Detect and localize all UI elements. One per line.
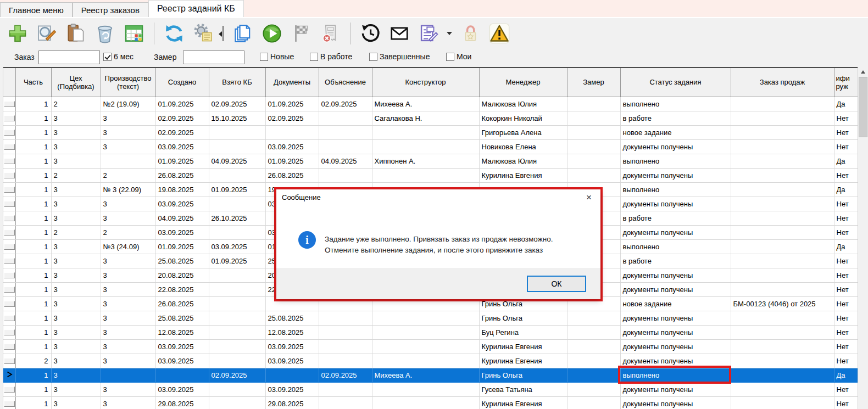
filter-new[interactable]: Новые [260, 52, 294, 61]
cell-prod[interactable]: 3 [101, 125, 155, 139]
row-header-button[interactable] [4, 158, 15, 164]
cell-order[interactable] [731, 182, 834, 197]
column-header-docs[interactable]: Документы [265, 68, 319, 97]
cell-docs[interactable]: 01.09.2025 [265, 154, 319, 168]
row-header-button[interactable] [4, 287, 15, 293]
cell-zamer[interactable] [567, 154, 620, 168]
cell-created[interactable]: 03.09.2025 [155, 197, 209, 211]
cell-constr[interactable]: Сагалакова Н. [372, 111, 479, 125]
cell-docs[interactable] [265, 125, 319, 139]
row-header-button[interactable] [4, 229, 15, 236]
cell-taken[interactable]: 01.09.2025 [209, 254, 265, 268]
cell-prod[interactable]: №3 (24.09) [101, 239, 155, 254]
cell-ceh[interactable]: 3 [51, 111, 101, 125]
cell-order[interactable] [731, 239, 834, 254]
cell-part[interactable]: 1 [15, 154, 51, 168]
table-row[interactable]: 12№2 (19.09)01.09.202502.09.202501.09.20… [3, 97, 858, 111]
cell-zamer[interactable] [567, 325, 620, 339]
cell-taken[interactable]: 15.10.2025 [209, 111, 265, 125]
cell-created[interactable]: 12.08.2025 [155, 325, 209, 339]
cell-status[interactable]: документы получены [620, 225, 731, 239]
cell-created[interactable]: 04.09.2025 [155, 211, 209, 225]
row-header-button[interactable] [4, 144, 15, 150]
cell-flag[interactable]: Нет [834, 354, 858, 368]
cell-flag[interactable]: Нет [834, 268, 858, 282]
refresh-button[interactable] [162, 21, 186, 46]
cell-created[interactable]: 01.09.2025 [155, 239, 209, 254]
toolbar-splitter-handle[interactable] [220, 23, 226, 44]
cell-zamer[interactable] [567, 354, 620, 368]
cell-ceh[interactable]: 3 [51, 197, 101, 211]
cell-created[interactable]: 20.08.2025 [155, 268, 209, 282]
cell-ceh[interactable]: 3 [51, 282, 101, 296]
cell-part[interactable]: 1 [15, 197, 51, 211]
row-header-cell[interactable] [3, 197, 15, 211]
tab-kb-tasks-registry[interactable]: Реестр заданий КБ [148, 0, 244, 17]
cell-constr[interactable] [372, 325, 479, 339]
cell-created[interactable]: 03.09.2025 [155, 354, 209, 368]
cell-flag[interactable]: Нет [834, 125, 858, 139]
tab-main-menu[interactable]: Главное меню [0, 2, 73, 17]
row-header-cell[interactable] [3, 382, 15, 396]
cell-ceh[interactable]: 3 [51, 125, 101, 139]
filter-in-progress[interactable]: В работе [310, 52, 352, 61]
cell-created[interactable]: 19.08.2025 [155, 182, 209, 197]
cell-ceh[interactable]: 3 [51, 154, 101, 168]
cell-zamer[interactable] [567, 396, 620, 409]
cell-part[interactable]: 1 [15, 182, 51, 197]
six-months-checkbox[interactable] [103, 53, 112, 61]
cell-status[interactable]: документы получены [620, 382, 731, 396]
cell-constr[interactable]: Михеева А. [372, 97, 479, 111]
row-header-button[interactable] [4, 172, 15, 178]
cell-prod[interactable]: 3 [101, 139, 155, 154]
cell-prod[interactable]: 3 [101, 396, 155, 409]
cell-taken[interactable]: 03.09.2025 [209, 239, 265, 254]
cell-flag[interactable]: Нет [834, 211, 858, 225]
cell-flag[interactable]: Нет [834, 168, 858, 182]
cell-order[interactable] [731, 282, 834, 296]
cell-ceh[interactable]: 3 [51, 325, 101, 339]
cell-ceh[interactable]: 2 [51, 97, 101, 111]
cell-expl[interactable] [319, 125, 372, 139]
row-header-cell[interactable] [3, 225, 15, 239]
table-row[interactable]: 13302.09.202515.10.202502.09.2025Сагалак… [3, 111, 858, 125]
cell-docs[interactable]: 01.09.2025 [265, 97, 319, 111]
row-header-cell[interactable] [3, 125, 15, 139]
cell-expl[interactable] [319, 168, 372, 182]
cell-order[interactable] [731, 254, 834, 268]
cell-docs[interactable]: 12.08.2025 [265, 325, 319, 339]
cell-part[interactable]: 1 [15, 125, 51, 139]
mail-button[interactable] [387, 21, 411, 46]
row-header-button[interactable] [4, 258, 15, 264]
cell-flag[interactable]: Да [834, 97, 858, 111]
lock-button[interactable] [458, 21, 482, 46]
cell-flag[interactable]: Нет [834, 339, 858, 354]
cell-taken[interactable] [209, 225, 265, 239]
cell-created[interactable]: 25.08.2025 [155, 254, 209, 268]
cell-flag[interactable]: Нет [834, 311, 858, 325]
cell-zamer[interactable] [567, 368, 620, 382]
cell-status[interactable]: документы получены [620, 311, 731, 325]
cell-prod[interactable] [101, 154, 155, 168]
cell-constr[interactable]: Михеева А. [372, 368, 479, 382]
row-header-cell[interactable] [3, 254, 15, 268]
cell-ceh[interactable]: 3 [51, 296, 101, 311]
cell-status[interactable]: документы получены [620, 339, 731, 354]
cell-created[interactable]: 03.09.2025 [155, 225, 209, 239]
cell-prod[interactable]: 3 [101, 282, 155, 296]
cell-created[interactable] [155, 368, 209, 382]
row-header-cell[interactable] [3, 239, 15, 254]
row-header-button[interactable] [4, 386, 15, 393]
cell-part[interactable]: 1 [15, 225, 51, 239]
cell-order[interactable] [731, 368, 834, 382]
cell-constr[interactable]: Хиппонен А. [372, 154, 479, 168]
cell-mgr[interactable]: Курилина Евгения [479, 396, 567, 409]
cell-taken[interactable] [209, 354, 265, 368]
cell-prod[interactable]: 3 [101, 325, 155, 339]
cell-docs[interactable]: 02.09.2025 [265, 111, 319, 125]
cell-expl[interactable] [319, 111, 372, 125]
cell-constr[interactable] [372, 382, 479, 396]
filter-completed[interactable]: Завершенные [369, 52, 430, 61]
my-checkbox[interactable] [446, 53, 454, 61]
delete-button[interactable] [93, 21, 117, 46]
